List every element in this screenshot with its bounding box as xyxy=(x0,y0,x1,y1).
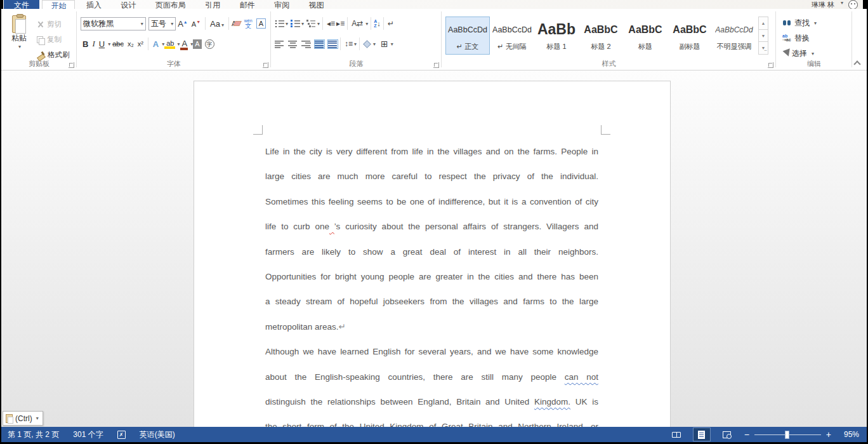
clipboard-dialog-launcher[interactable] xyxy=(69,62,74,68)
paragraph-group-label: 段落 xyxy=(271,59,442,69)
zoom-in-button[interactable]: + xyxy=(826,430,831,439)
bullets-dropdown-icon[interactable]: ▾ xyxy=(286,21,288,27)
distribute-icon[interactable] xyxy=(328,40,338,48)
zoom-slider[interactable] xyxy=(754,434,821,435)
style-normal[interactable]: AaBbCcDd ↵ 正文 xyxy=(445,17,490,55)
style-heading2[interactable]: AaBbC 标题 2 xyxy=(579,17,623,55)
account-dropdown-icon[interactable]: ▾ xyxy=(841,0,843,6)
print-layout-button[interactable] xyxy=(694,428,710,441)
style-no-spacing[interactable]: AaBbCcDd ↵ 无间隔 xyxy=(490,17,534,55)
font-size-combo[interactable]: 五号▾ xyxy=(148,17,176,30)
style-subtitle[interactable]: AaBbC 副标题 xyxy=(667,17,712,55)
tab-design[interactable]: 设计 xyxy=(112,0,144,9)
tab-view[interactable]: 视图 xyxy=(301,0,332,9)
page-number-status[interactable]: 第 1 页, 共 2 页 xyxy=(8,429,59,440)
text-effects-button[interactable]: A xyxy=(151,39,161,50)
styles-dialog-launcher[interactable] xyxy=(768,62,773,68)
tab-insert[interactable]: 插入 xyxy=(78,0,110,9)
cut-button[interactable]: 剪切 xyxy=(37,18,76,31)
style-gallery-more-icon[interactable]: ▼̲ xyxy=(758,42,768,55)
zoom-out-button[interactable]: − xyxy=(744,430,749,439)
document-line: farmers are likely to show a great deal … xyxy=(265,239,598,264)
multilevel-list-icon[interactable] xyxy=(306,20,316,28)
align-right-icon[interactable] xyxy=(301,40,311,48)
align-center-icon[interactable] xyxy=(288,40,298,48)
style-heading1[interactable]: AaBb 标题 1 xyxy=(534,17,579,55)
paste-button[interactable]: 粘贴 ▾ xyxy=(5,14,33,61)
tab-home[interactable]: 开始 xyxy=(42,0,75,9)
font-name-combo[interactable]: 微软雅黑▾ xyxy=(81,17,146,30)
style-gallery-up-icon[interactable]: ▲ xyxy=(758,17,768,30)
borders-icon[interactable]: ⊞ xyxy=(379,39,390,49)
superscript-button[interactable]: x² xyxy=(136,39,145,48)
find-icon xyxy=(782,20,791,26)
select-dropdown-icon[interactable]: ▾ xyxy=(812,51,814,57)
underline-button[interactable]: U xyxy=(97,39,107,50)
bold-button[interactable]: B xyxy=(81,39,90,50)
line-spacing-icon[interactable]: ↕≡ xyxy=(343,39,353,48)
line-spacing-dropdown-icon[interactable]: ▾ xyxy=(354,41,357,47)
font-color-button[interactable]: A xyxy=(180,38,190,50)
align-left-icon[interactable] xyxy=(275,40,284,48)
clear-formatting-icon[interactable] xyxy=(232,20,240,28)
style-title[interactable]: AaBbC 标题 xyxy=(623,17,667,55)
enclose-characters-button[interactable]: 字 xyxy=(205,39,214,49)
copy-button[interactable]: 复制 xyxy=(37,33,76,46)
zoom-percentage[interactable]: 95% xyxy=(840,430,859,439)
tab-page-layout[interactable]: 页面布局 xyxy=(147,0,194,9)
paragraph-dialog-launcher[interactable] xyxy=(433,62,439,68)
style-subtle-emphasis[interactable]: AaBbCcDd 不明显强调 xyxy=(712,17,756,55)
zoom-slider-thumb[interactable] xyxy=(785,431,789,439)
asian-layout-icon[interactable]: A⇄ xyxy=(350,19,364,28)
tab-references[interactable]: 引用 xyxy=(197,0,228,9)
paste-options-dropdown-icon[interactable]: ▾ xyxy=(36,415,39,421)
sort-icon[interactable]: AZ ↓ xyxy=(374,19,381,28)
numbering-dropdown-icon[interactable]: ▾ xyxy=(301,21,304,27)
screen-corner xyxy=(1,0,3,9)
show-marks-icon[interactable]: ↵ xyxy=(386,19,395,28)
bullets-icon[interactable] xyxy=(275,20,284,28)
increase-indent-icon[interactable]: ▸≡ xyxy=(335,19,345,28)
proofing-status-icon[interactable]: ✗ xyxy=(117,431,126,439)
select-button[interactable]: 选择 ▾ xyxy=(782,47,814,60)
account-area[interactable]: 琳琳 林 ▾ xyxy=(812,0,858,9)
language-status[interactable]: 英语(美国) xyxy=(140,429,175,440)
numbering-icon[interactable] xyxy=(291,20,300,28)
style-gallery-down-icon[interactable]: ▼ xyxy=(758,30,768,43)
collapse-ribbon-icon[interactable] xyxy=(853,60,862,66)
avatar[interactable] xyxy=(848,0,858,9)
word-count-status[interactable]: 301 个字 xyxy=(73,429,103,440)
account-name[interactable]: 琳琳 林 xyxy=(812,0,834,9)
phonetic-guide-button[interactable]: wén 文 xyxy=(244,18,253,29)
paste-dropdown-icon[interactable]: ▾ xyxy=(18,44,21,50)
strikethrough-button[interactable]: abc xyxy=(110,39,126,48)
grow-font-button[interactable]: A▲ xyxy=(176,18,190,29)
web-layout-button[interactable] xyxy=(719,428,735,441)
decrease-indent-icon[interactable]: ◂≡ xyxy=(326,19,335,28)
italic-button[interactable]: I xyxy=(90,38,96,50)
find-dropdown-icon[interactable]: ▾ xyxy=(814,20,817,26)
document-text[interactable]: Life in the city is very different from … xyxy=(265,139,598,427)
find-button[interactable]: 查找 ▾ xyxy=(782,17,817,29)
change-case-button[interactable]: Aa▾ xyxy=(208,18,226,29)
document-line: a steady stream of hopeful jobseekers fr… xyxy=(265,289,598,314)
asian-layout-dropdown-icon[interactable]: ▾ xyxy=(365,21,368,27)
paste-options-button[interactable]: (Ctrl) ▾ xyxy=(3,411,43,426)
character-border-button[interactable]: A xyxy=(256,18,266,29)
multilevel-dropdown-icon[interactable]: ▾ xyxy=(317,21,320,27)
borders-dropdown-icon[interactable]: ▾ xyxy=(391,41,393,47)
shading-dropdown-icon[interactable]: ▾ xyxy=(373,41,376,47)
tab-review[interactable]: 审阅 xyxy=(266,0,298,9)
replace-button[interactable]: ab⇢ac 替换 xyxy=(782,32,810,44)
highlight-button[interactable]: ab xyxy=(164,39,176,49)
tab-file[interactable]: 文件 xyxy=(4,0,39,9)
read-mode-button[interactable] xyxy=(668,428,685,441)
font-dialog-launcher[interactable] xyxy=(263,62,268,68)
justify-icon[interactable] xyxy=(315,40,324,48)
shading-icon[interactable] xyxy=(363,40,371,48)
character-shading-button[interactable]: A xyxy=(193,39,201,49)
subscript-button[interactable]: x₂ xyxy=(126,39,136,48)
shrink-font-button[interactable]: A▼ xyxy=(190,19,202,29)
document-page[interactable]: Life in the city is very different from … xyxy=(194,81,671,427)
tab-mailings[interactable]: 邮件 xyxy=(232,0,263,9)
